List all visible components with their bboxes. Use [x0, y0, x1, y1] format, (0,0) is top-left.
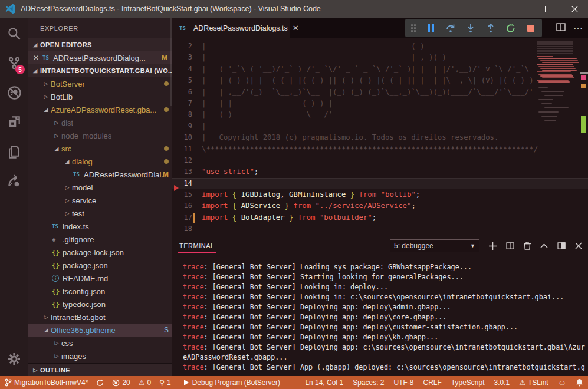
tree-item-tsconfig-json[interactable]: {}tsconfig.json: [28, 285, 172, 298]
code-line-15[interactable]: 15import { IGBDialog, GBMinInstance } fr…: [172, 189, 588, 200]
tree-item-typedoc-json[interactable]: {}typedoc.json: [28, 298, 172, 311]
git-branch-item[interactable]: MigrationToBotFmwV4*: [5, 378, 88, 387]
tree-item-node-modules[interactable]: ▷node_modules: [28, 129, 172, 142]
tree-item-readme-md[interactable]: iREADME.md: [28, 272, 172, 285]
code-line-6[interactable]: 6| | ,__/'(_) `\__,_)`\__ |(_) (_) (_)`\…: [172, 87, 588, 98]
sidebar-title: EXPLORER: [28, 18, 172, 38]
tree-item-botlib[interactable]: ▷BotLib: [28, 90, 172, 103]
code-line-11[interactable]: 11\*************************************…: [172, 144, 588, 155]
code-line-10[interactable]: 10| Copyright 2018 (c) pragmatismo.io. T…: [172, 132, 588, 143]
code-line-18[interactable]: 18: [172, 223, 588, 235]
tree-item-images[interactable]: ▷images: [28, 350, 172, 362]
new-terminal-icon[interactable]: [489, 242, 497, 250]
ts-version-item[interactable]: 3.0.1: [494, 378, 510, 387]
code-editor[interactable]: 2| ( )_ _3| _ _ _ __ _ _ __ ___ ___ _ _ …: [172, 38, 588, 236]
indentation-item[interactable]: Spaces: 2: [353, 378, 384, 387]
step-over-button[interactable]: [445, 22, 456, 34]
tab-adresetpassworddialogs[interactable]: TS ADResetPasswordDialogs.ts ✕: [172, 18, 290, 38]
debug-icon[interactable]: [0, 79, 28, 106]
line-number: 5: [172, 75, 202, 86]
move-panel-icon[interactable]: [557, 242, 566, 249]
tree-item-package-json[interactable]: {}package.json: [28, 259, 172, 272]
maximize-button[interactable]: [535, 0, 561, 18]
code-line-2[interactable]: 2| ( )_ _: [172, 41, 588, 52]
code-line-9[interactable]: 9|: [172, 121, 588, 132]
window-title: ADResetPasswordDialogs.ts - IntranetBotQ…: [21, 5, 321, 13]
terminal-output[interactable]: trace: [General Bot Server] Loading sys …: [172, 255, 588, 376]
tree-item-dist[interactable]: ▷dist: [28, 116, 172, 129]
tasks-item[interactable]: ⚲ 1: [159, 378, 170, 387]
settings-gear-icon[interactable]: [0, 345, 28, 372]
tree-item-botserver[interactable]: ▷BotServer: [28, 77, 172, 90]
open-editors-header[interactable]: ◢ OPEN EDITORS: [28, 38, 172, 51]
notifications-bell-item[interactable]: [576, 378, 583, 387]
close-button[interactable]: [561, 0, 588, 18]
code-text: | ( '_`\ ( '__)/'_` ) /'_ `\/' _ ` _ `\ …: [202, 64, 529, 75]
encoding-item[interactable]: UTF-8: [394, 378, 414, 387]
git-file-icon: ◈: [52, 236, 63, 243]
drag-grip-icon[interactable]: [411, 24, 416, 32]
tree-item-office365-gbtheme[interactable]: ◢Office365.gbthemeS: [28, 324, 172, 337]
tree-item-index-ts[interactable]: TSindex.ts: [28, 220, 172, 233]
sync-item[interactable]: [96, 379, 104, 387]
open-editor-item[interactable]: ✕ TS ADResetPasswordDialog... M: [28, 51, 172, 64]
step-out-button[interactable]: [485, 22, 496, 34]
code-line-5[interactable]: 5| | (_) )| | ( (_| |( (_) || ( ) ( ) |(…: [172, 75, 588, 86]
step-into-button[interactable]: [465, 22, 476, 34]
errors-item[interactable]: 20: [112, 378, 130, 387]
tree-item-intranetbot-gbot[interactable]: ▷IntranetBot.gbot: [28, 311, 172, 324]
share-icon[interactable]: [0, 167, 28, 194]
ts-file-icon: TS: [52, 223, 63, 229]
maximize-panel-icon[interactable]: [540, 243, 548, 248]
pause-button[interactable]: [425, 22, 436, 34]
code-line-4[interactable]: 4| ( '_`\ ( '__)/'_` ) /'_ `\/' _ ` _ `\…: [172, 64, 588, 75]
stop-button[interactable]: [525, 22, 536, 34]
more-actions-icon[interactable]: ···: [574, 24, 583, 32]
tab-close-icon[interactable]: ✕: [293, 24, 299, 32]
search-icon[interactable]: [0, 20, 28, 47]
outline-header[interactable]: ▷ OUTLINE: [28, 363, 172, 376]
code-line-12[interactable]: 12: [172, 155, 588, 166]
terminal-select[interactable]: 5: debuggee ▼: [390, 239, 479, 252]
close-panel-icon[interactable]: [575, 242, 582, 249]
modified-badge: M: [162, 54, 167, 62]
tree-item-service[interactable]: ▷service: [28, 194, 172, 207]
extensions-icon[interactable]: [0, 108, 28, 136]
debug-status-item[interactable]: Debug Program (BotServer): [184, 378, 280, 387]
code-line-16[interactable]: 16import { ADService } from "../service/…: [172, 200, 588, 212]
dropdown-arrow-icon: ▼: [470, 243, 475, 249]
source-control-icon[interactable]: 5: [0, 50, 28, 77]
code-line-7[interactable]: 7| | | ( )_) |: [172, 98, 588, 109]
tree-item-model[interactable]: ▷model: [28, 181, 172, 194]
tree-item-gitignore[interactable]: ◈.gitignore: [28, 233, 172, 246]
code-line-13[interactable]: 13"use strict";: [172, 166, 588, 177]
code-line-14[interactable]: 14: [172, 178, 588, 189]
split-terminal-icon[interactable]: [506, 242, 514, 249]
warnings-item[interactable]: ⚠ 0: [139, 378, 151, 387]
documents-icon[interactable]: [0, 138, 28, 165]
close-icon[interactable]: ✕: [33, 54, 42, 62]
kill-terminal-icon[interactable]: [524, 242, 531, 250]
minimize-button[interactable]: [508, 0, 535, 18]
code-line-3[interactable]: 3| _ _ _ __ _ _ __ ___ ___ _ _ | ,_)(_) …: [172, 52, 588, 63]
restart-button[interactable]: [505, 22, 516, 34]
code-line-17[interactable]: 17import { BotAdapter } from "botbuilder…: [172, 212, 588, 223]
workspace-header[interactable]: ◢ INTRANETBOTQUICKSTART.GBAI (WO...: [28, 64, 172, 77]
code-line-8[interactable]: 8| (_) \___/': [172, 109, 588, 120]
minimap[interactable]: [535, 38, 580, 215]
language-item[interactable]: TypeScript: [451, 378, 485, 387]
terminal-tab[interactable]: TERMINAL: [178, 239, 216, 253]
tree-item-test[interactable]: ▷test: [28, 207, 172, 220]
tree-item-package-lock-json[interactable]: {}package-lock.json: [28, 246, 172, 259]
tree-item-azureadpasswordreset-gba[interactable]: ◢AzureADPasswordReset.gba...: [28, 103, 172, 116]
tree-item-adresetpassworddial[interactable]: TSADResetPasswordDial...M: [28, 168, 172, 181]
feedback-smiley-item[interactable]: ☺: [558, 378, 566, 387]
tree-item-dialog[interactable]: ◢dialog: [28, 155, 172, 168]
eol-item[interactable]: CRLF: [423, 378, 442, 387]
activity-bar: 5: [0, 18, 28, 376]
tree-item-src[interactable]: ◢src: [28, 142, 172, 155]
tree-item-css[interactable]: ▷css: [28, 337, 172, 350]
line-col-item[interactable]: Ln 14, Col 1: [305, 378, 343, 387]
tslint-item[interactable]: ⚠ TSLint: [519, 378, 548, 387]
split-editor-icon[interactable]: [556, 23, 566, 33]
